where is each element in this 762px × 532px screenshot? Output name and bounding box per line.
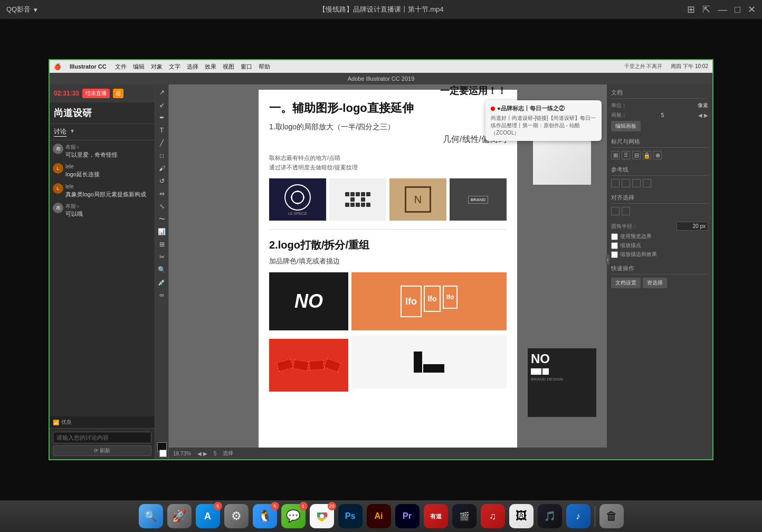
snap-lock-icon[interactable]: 🔒 bbox=[643, 151, 651, 159]
window-pip[interactable]: ⊞ bbox=[687, 4, 695, 15]
cb-scale-anchor[interactable] bbox=[611, 242, 618, 249]
window-back[interactable]: ⇱ bbox=[702, 4, 710, 15]
corner-radius-row: 圆角半径： bbox=[611, 222, 708, 231]
dock-item-premiere[interactable]: Pr bbox=[395, 504, 420, 528]
dock-item-fcp[interactable]: 🎬 bbox=[452, 504, 477, 528]
ps-label: Ps bbox=[345, 511, 356, 521]
tool-line[interactable]: ╱ bbox=[156, 137, 168, 149]
menu-effect[interactable]: 效果 bbox=[205, 63, 216, 71]
artboard-nav[interactable]: ◀ ▶ bbox=[197, 451, 207, 457]
properties-btn[interactable]: 资选择 bbox=[643, 278, 667, 288]
refresh-button[interactable]: ⟳ 刷新 bbox=[53, 445, 151, 456]
chat-input-area[interactable]: ⟳ 刷新 bbox=[50, 428, 155, 459]
dock-item-qqmusic[interactable]: ♪ bbox=[566, 504, 590, 528]
menu-help[interactable]: 帮助 bbox=[259, 63, 270, 71]
window-maximize[interactable]: □ bbox=[735, 4, 740, 15]
panel-collapse-arrow[interactable]: › bbox=[606, 255, 609, 265]
dock-item-chrome[interactable]: 20 bbox=[310, 504, 334, 528]
snap-other-icon[interactable]: ⊕ bbox=[653, 151, 662, 159]
transform-title: 对齐选择 bbox=[611, 194, 708, 204]
tab-discussion[interactable]: 讨论 bbox=[54, 127, 66, 137]
selection-info: 选择 bbox=[223, 450, 233, 457]
app-name[interactable]: QQ影音 bbox=[6, 5, 31, 14]
tab-dropdown[interactable]: ▾ bbox=[71, 127, 74, 137]
tool-rotate[interactable]: ↺ bbox=[156, 175, 168, 187]
dock-item-illustrator[interactable]: Ai bbox=[367, 504, 391, 528]
checkbox-preview[interactable]: 使用预览边界 bbox=[611, 233, 708, 240]
super-badge[interactable]: 超 bbox=[113, 89, 123, 98]
tool-eyedropper[interactable]: 💉 bbox=[156, 277, 168, 288]
snap-line-icon[interactable]: ⊟ bbox=[632, 151, 641, 159]
tool-reflect[interactable]: ⇔ bbox=[156, 188, 168, 200]
checkbox-scale-stroke[interactable]: 缩放描边和效果 bbox=[611, 251, 708, 258]
ai-label: Ai bbox=[375, 511, 383, 521]
chat-tabs[interactable]: 讨论 ▾ bbox=[50, 124, 155, 140]
window-close[interactable]: ✕ bbox=[748, 4, 756, 15]
dock-item-appstore[interactable]: A 5 bbox=[196, 504, 220, 528]
guide-icon-1[interactable] bbox=[611, 179, 620, 187]
dock-item-music[interactable]: 🎵 bbox=[538, 504, 562, 528]
menu-select[interactable]: 选择 bbox=[187, 63, 198, 71]
cb-preview[interactable] bbox=[611, 233, 618, 240]
tool-blend[interactable]: ∞ bbox=[156, 289, 168, 301]
tool-rect[interactable]: □ bbox=[156, 150, 168, 162]
tool-artboard[interactable]: ⊞ bbox=[156, 239, 168, 250]
stroke-white[interactable] bbox=[159, 450, 167, 457]
snap-grid-icon[interactable]: ⊞ bbox=[611, 151, 620, 159]
logo-no-orange: lfo lfo lfo bbox=[351, 272, 507, 330]
dock-item-preview[interactable]: 🖼 bbox=[509, 504, 534, 528]
chat-input[interactable] bbox=[53, 432, 151, 443]
tool-direct-select[interactable]: ↙ bbox=[156, 99, 168, 111]
edit-artboard-btn[interactable]: 编辑画板 bbox=[611, 121, 641, 131]
tool-type[interactable]: T bbox=[156, 125, 168, 136]
dock-item-photoshop[interactable]: Ps bbox=[338, 504, 363, 528]
menu-view[interactable]: 视图 bbox=[223, 63, 234, 71]
msg-text-3: 真象类logo局部元素提炼新构成 bbox=[65, 191, 146, 198]
artboard-nav-arrows[interactable]: ◀ ▶ bbox=[698, 112, 708, 118]
dock-item-settings[interactable]: ⚙ bbox=[224, 504, 249, 528]
guide-icon-2[interactable] bbox=[622, 179, 630, 187]
apple-logo[interactable]: 🍎 bbox=[54, 63, 61, 70]
tool-graph[interactable]: 📊 bbox=[156, 226, 168, 238]
desc-line-2: 通过讲不透明度去做暗纹/提案纹理 bbox=[269, 163, 507, 173]
tool-select[interactable]: ↗ bbox=[156, 87, 168, 98]
tool-warp[interactable]: 〜 bbox=[156, 213, 168, 225]
cb-scale-stroke[interactable] bbox=[611, 251, 618, 258]
tool-pen[interactable]: ✒ bbox=[156, 112, 168, 124]
tool-zoom[interactable]: 🔍 bbox=[156, 264, 168, 276]
ai-canvas-area[interactable]: 一。辅助图形-logo直接延伸 一定要运用！！ 1.取logo的局部放大（一半/… bbox=[169, 84, 607, 459]
doc-setup-btn[interactable]: 文档设置 bbox=[611, 278, 641, 288]
menu-edit[interactable]: 编辑 bbox=[133, 63, 145, 71]
guide-icon-4[interactable] bbox=[643, 179, 651, 187]
corner-input[interactable] bbox=[677, 222, 708, 231]
desc-line-1: 取标志最有特点的地方/点睛 bbox=[269, 154, 507, 163]
panel-artboard-row: 画板： 5 ◀ ▶ bbox=[611, 111, 708, 119]
tool-slice[interactable]: ✂ bbox=[156, 251, 168, 263]
logo-grid-1: LE SPECIZ bbox=[269, 178, 507, 221]
menu-object[interactable]: 对象 bbox=[151, 63, 163, 71]
menu-text[interactable]: 文字 bbox=[169, 63, 180, 71]
snap-dot-icon[interactable]: ⠿ bbox=[622, 151, 630, 159]
tool-paintbrush[interactable]: 🖌 bbox=[156, 163, 168, 174]
align-icon-1[interactable] bbox=[611, 207, 620, 215]
dock-item-trash[interactable]: 🗑 bbox=[599, 504, 624, 528]
channel-logo: 尚道设研 bbox=[50, 102, 155, 124]
menu-file[interactable]: 文件 bbox=[115, 63, 127, 71]
dock-item-qq[interactable]: 🐧 5 bbox=[253, 504, 277, 528]
dock-item-finder[interactable]: 🔍 bbox=[139, 504, 163, 528]
align-icon-2[interactable] bbox=[622, 207, 630, 215]
app-dropdown-icon[interactable]: ▾ bbox=[34, 6, 37, 14]
ai-app-name: Illustrator CC bbox=[70, 63, 107, 70]
checkbox-scale-anchor[interactable]: 缩放描点 bbox=[611, 242, 708, 249]
end-live-btn[interactable]: 结束直播 bbox=[82, 89, 110, 98]
menu-window[interactable]: 窗口 bbox=[241, 63, 252, 71]
window-minimize[interactable]: — bbox=[718, 4, 727, 15]
dock-item-youdao[interactable]: 有道 bbox=[424, 504, 448, 528]
dock-item-launchpad[interactable]: 🚀 bbox=[167, 504, 192, 528]
dock-item-wechat[interactable]: 💬 1 bbox=[281, 504, 306, 528]
section-2-desc: 加品牌色/填充或者描边 bbox=[269, 256, 507, 266]
guide-icon-3[interactable] bbox=[632, 179, 641, 187]
dock-item-netease[interactable]: ♫ bbox=[481, 504, 505, 528]
tool-scale[interactable]: ⤡ bbox=[156, 201, 168, 212]
settings-icon: ⚙ bbox=[231, 509, 242, 523]
